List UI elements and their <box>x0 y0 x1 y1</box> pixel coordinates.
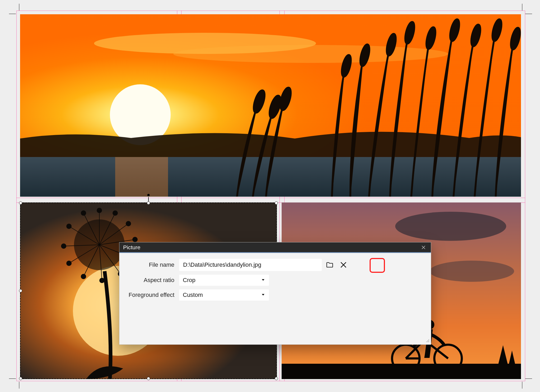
dialog-titlebar[interactable]: Picture <box>119 242 431 253</box>
svg-point-49 <box>430 261 514 282</box>
dialog-title: Picture <box>123 244 140 251</box>
svg-point-58 <box>426 342 427 342</box>
svg-point-37 <box>126 221 131 226</box>
row-foreground-effect: Foreground effect Custom <box>127 289 423 301</box>
svg-point-38 <box>132 237 138 242</box>
crop-mark <box>522 382 522 389</box>
svg-point-48 <box>395 212 506 241</box>
close-icon <box>421 245 426 250</box>
picture-dialog[interactable]: Picture File name D:\Data\Pictures\dandy… <box>119 242 431 345</box>
crop-mark <box>9 379 16 379</box>
folder-icon <box>326 261 334 269</box>
crop-mark <box>522 4 522 11</box>
aspect-ratio-select[interactable]: Crop <box>179 275 269 286</box>
svg-point-42 <box>81 274 86 279</box>
crop-mark <box>9 14 16 14</box>
dialog-close-button[interactable] <box>420 244 427 251</box>
row-guide <box>16 198 525 198</box>
svg-point-46 <box>81 210 86 216</box>
crop-mark <box>525 14 532 14</box>
foreground-effect-value: Custom <box>183 292 203 298</box>
image-sunset-reeds[interactable] <box>20 14 521 197</box>
row-aspect-ratio: Aspect ratio Crop <box>127 275 423 286</box>
dialog-body: File name D:\Data\Pictures\dandylion.jpg <box>119 253 431 312</box>
svg-point-57 <box>429 340 429 341</box>
crop-mark <box>19 382 19 389</box>
chevron-down-icon <box>261 277 265 284</box>
svg-point-36 <box>113 210 118 216</box>
aspect-ratio-label: Aspect ratio <box>127 277 179 284</box>
crop-mark <box>525 379 532 379</box>
browse-button[interactable] <box>324 259 336 271</box>
svg-point-45 <box>66 224 72 229</box>
svg-point-59 <box>427 342 428 342</box>
file-name-input[interactable]: D:\Data\Pictures\dandylion.jpg <box>179 259 322 271</box>
file-name-value: D:\Data\Pictures\dandylion.jpg <box>183 261 261 268</box>
svg-point-43 <box>66 261 72 266</box>
svg-point-56 <box>427 340 428 341</box>
dialog-resize-gripper[interactable] <box>425 339 430 343</box>
crop-mark <box>19 4 19 11</box>
foreground-effect-label: Foreground effect <box>127 292 179 298</box>
row-file-name: File name D:\Data\Pictures\dandylion.jpg <box>127 259 423 271</box>
aspect-ratio-value: Crop <box>183 277 195 284</box>
design-canvas[interactable]: Picture File name D:\Data\Pictures\dandy… <box>0 0 540 392</box>
svg-rect-6 <box>115 157 168 197</box>
svg-point-44 <box>61 243 66 249</box>
svg-point-35 <box>97 208 102 213</box>
x-icon <box>340 261 347 268</box>
clear-file-button[interactable] <box>338 259 349 271</box>
foreground-effect-select[interactable]: Custom <box>179 289 269 301</box>
chevron-down-icon <box>261 292 265 298</box>
svg-point-41 <box>99 278 105 283</box>
svg-point-60 <box>429 342 429 342</box>
svg-point-55 <box>429 339 429 340</box>
file-name-label: File name <box>127 261 179 268</box>
